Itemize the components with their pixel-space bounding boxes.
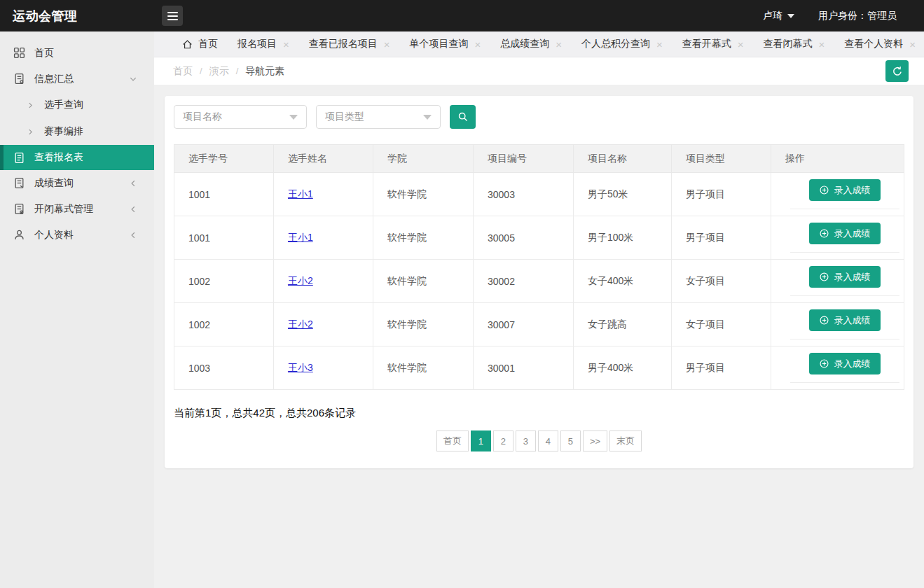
sidebar-item-score-query[interactable]: 成绩查询 [0,170,154,196]
enter-score-button[interactable]: 录入成绩 [809,353,881,374]
content-card: 项目名称 项目类型 [165,96,913,468]
student-id-link[interactable]: 1001 [174,173,274,216]
project-type-select[interactable]: 项目类型 [316,105,441,129]
close-icon[interactable]: × [475,39,481,50]
close-icon[interactable]: × [384,39,390,50]
document-icon [13,152,25,164]
refresh-button[interactable] [885,60,909,82]
student-name-link[interactable]: 王小1 [288,232,313,243]
tab-single-project-query[interactable]: 单个项目查询 × [400,31,491,57]
tab-bar: 首页 报名项目 × 查看已报名项目 × 单个项目查询 × 总成绩查询 × [154,31,924,57]
sidebar-subitem-athlete-query[interactable]: 选手查询 [0,92,154,118]
page-first-button[interactable]: 首页 [436,430,469,451]
sidebar-item-profile[interactable]: 个人资料 [0,222,154,248]
student-name-link[interactable]: 王小1 [288,188,313,200]
college-cell: 软件学院 [373,260,474,303]
tab-total-score-query[interactable]: 总成绩查询 × [490,31,572,57]
chevron-left-icon [129,231,137,239]
breadcrumb-home[interactable]: 首页 [173,65,193,78]
student-name-link[interactable]: 王小2 [288,318,313,330]
project-type-cell: 男子项目 [672,173,771,216]
pagination: 首页 1 2 3 4 5 >> 末页 [165,430,913,451]
tab-label: 查看个人资料 [844,38,903,50]
user-name: 卢琦 [763,10,782,22]
document-icon [13,177,25,189]
sidebar-item-home[interactable]: 首页 [0,40,154,66]
menu-toggle-button[interactable] [162,6,183,26]
search-icon [457,111,469,122]
project-name-cell: 女子400米 [574,260,672,303]
project-name-select[interactable]: 项目名称 [174,105,307,129]
breadcrumb-demo[interactable]: 演示 [209,65,229,78]
chevron-left-icon [129,179,137,188]
tab-home[interactable]: 首页 [172,31,228,57]
close-icon[interactable]: × [909,39,916,50]
close-icon[interactable]: × [556,39,562,50]
tab-label: 个人总积分查询 [581,38,650,50]
breadcrumb: 首页 / 演示 / 导航元素 [154,57,924,85]
pagination-summary: 当前第1页，总共42页，总共206条记录 [174,407,913,420]
page-3-button[interactable]: 3 [516,430,536,451]
project-type-select-value: 项目类型 [325,111,364,123]
project-code-cell: 30005 [474,216,574,260]
student-name-link[interactable]: 王小3 [288,362,313,373]
sidebar-subitem-event-scheduling[interactable]: 赛事编排 [0,118,154,145]
enter-score-button[interactable]: 录入成绩 [809,179,881,201]
tab-registration-projects[interactable]: 报名项目 × [228,31,299,57]
tab-label: 查看开幕式 [682,38,731,50]
enter-score-button[interactable]: 录入成绩 [809,223,881,244]
tab-view-registered-projects[interactable]: 查看已报名项目 × [299,31,400,57]
sidebar-item-label: 信息汇总 [34,73,74,85]
tab-label: 报名项目 [237,38,277,50]
close-icon[interactable]: × [819,39,825,50]
breadcrumb-separator: / [200,66,202,76]
close-icon[interactable]: × [283,39,289,50]
document-icon [13,73,25,85]
project-code-cell: 30002 [474,260,574,303]
project-code-cell: 30001 [474,346,574,390]
user-menu[interactable]: 卢琦 [763,10,794,22]
project-code-cell: 30003 [474,173,574,216]
student-id-link[interactable]: 1002 [174,260,274,303]
chevron-right-icon [27,128,34,136]
sidebar-item-registration-form[interactable]: 查看报名表 [0,145,154,170]
tab-view-opening-ceremony[interactable]: 查看开幕式 × [673,31,754,57]
page-2-button[interactable]: 2 [493,430,513,451]
project-type-cell: 男子项目 [672,216,771,260]
page-next-button[interactable]: >> [583,430,607,451]
sidebar-subitem-label: 赛事编排 [44,125,83,138]
page-5-button[interactable]: 5 [560,430,581,451]
student-name-link[interactable]: 王小2 [288,275,313,286]
col-college: 学院 [373,145,474,173]
page-1-button[interactable]: 1 [471,430,491,451]
page-last-button[interactable]: 末页 [609,430,642,451]
enter-score-button[interactable]: 录入成绩 [809,266,881,288]
close-icon[interactable]: × [738,39,744,50]
table-row: 1002 王小2 软件学院 30007 女子跳高 女子项目 [174,303,904,346]
project-name-select-value: 项目名称 [183,111,222,123]
tab-personal-points-query[interactable]: 个人总积分查询 × [572,31,673,57]
sidebar-item-info-summary[interactable]: 信息汇总 [0,66,154,92]
col-actions: 操作 [771,145,904,173]
document-icon [13,203,25,215]
student-id-link[interactable]: 1002 [174,303,274,346]
col-student-name: 选手姓名 [274,145,373,173]
action-divider [790,252,899,253]
student-id-link[interactable]: 1003 [174,346,274,390]
project-type-cell: 男子项目 [672,346,771,390]
sidebar-item-ceremony-management[interactable]: 开闭幕式管理 [0,196,154,222]
sidebar-item-label: 查看报名表 [34,151,83,164]
main-area: 首页 报名项目 × 查看已报名项目 × 单个项目查询 × 总成绩查询 × [154,31,924,588]
page-4-button[interactable]: 4 [538,430,558,451]
table-row: 1002 王小2 软件学院 30002 女子400米 女子项目 [174,260,904,303]
select-caret-icon [289,115,298,120]
col-student-id: 选手学号 [174,145,274,173]
close-icon[interactable]: × [656,39,663,50]
table-row: 1001 王小1 软件学院 30005 男子100米 男子项目 [174,216,904,260]
student-id-link[interactable]: 1001 [174,216,274,260]
tab-view-closing-ceremony[interactable]: 查看闭幕式 × [754,31,835,57]
enter-score-button[interactable]: 录入成绩 [809,309,881,331]
filter-row: 项目名称 项目类型 [174,105,904,129]
search-button[interactable] [450,105,476,129]
tab-view-profile[interactable]: 查看个人资料 × [834,31,924,57]
